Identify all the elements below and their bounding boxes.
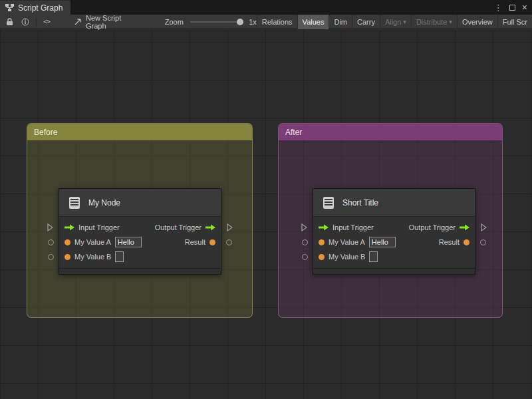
node-header[interactable]: Short Title xyxy=(313,189,475,217)
new-script-graph-label: New Script Graph xyxy=(86,14,142,30)
value-b-label: My Value B xyxy=(329,253,365,261)
maximize-icon[interactable] xyxy=(509,5,515,11)
input-trigger-port-icon[interactable] xyxy=(65,224,74,231)
close-icon[interactable]: × xyxy=(522,3,527,12)
group-after-label: After xyxy=(285,128,302,137)
tab-script-graph[interactable]: Script Graph xyxy=(0,0,70,15)
node-footer xyxy=(313,268,475,274)
ext-output-trigger-port[interactable] xyxy=(227,223,233,231)
ext-result-port[interactable] xyxy=(226,239,232,245)
result-label: Result xyxy=(185,238,205,246)
value-a-port-icon[interactable] xyxy=(319,239,325,245)
port-row: My Value B xyxy=(313,249,475,264)
port-row: Input Trigger Output Trigger xyxy=(59,220,221,235)
zoom-label: Zoom xyxy=(165,18,184,26)
graph-toolbar: <> New Script Graph Zoom 1x Relations Va… xyxy=(0,15,532,29)
result-port-icon[interactable] xyxy=(209,239,215,245)
ext-value-a-port[interactable] xyxy=(48,239,54,245)
value-a-input[interactable] xyxy=(115,237,142,247)
output-trigger-port-icon[interactable] xyxy=(460,224,469,231)
window-tab-bar: Script Graph ⋮ × xyxy=(0,0,532,15)
value-a-label: My Value A xyxy=(74,238,111,246)
node-body: Input Trigger Output Trigger My Value A xyxy=(59,217,221,267)
group-before-header[interactable]: Before xyxy=(27,124,252,140)
window-controls: ⋮ × xyxy=(494,0,532,15)
value-b-input[interactable] xyxy=(115,251,124,262)
ext-result-port[interactable] xyxy=(480,239,486,245)
ext-input-trigger-port[interactable] xyxy=(47,223,53,231)
code-view-icon[interactable]: <> xyxy=(39,15,54,29)
fullscreen-button[interactable]: Full Scr xyxy=(497,15,532,29)
value-b-input[interactable] xyxy=(369,251,378,262)
distribute-button[interactable]: Distribute ▾ xyxy=(411,15,457,29)
port-row: My Value A Result xyxy=(59,235,221,249)
port-row: My Value A Result xyxy=(313,235,475,249)
group-after-header[interactable]: After xyxy=(279,124,502,140)
graph-pointer-icon xyxy=(74,18,82,26)
output-trigger-label: Output Trigger xyxy=(155,223,201,231)
window-menu-icon[interactable]: ⋮ xyxy=(494,3,503,12)
ext-output-trigger-port[interactable] xyxy=(481,223,487,231)
result-label: Result xyxy=(439,238,460,246)
new-script-graph-button[interactable]: New Script Graph xyxy=(74,14,142,30)
unit-icon xyxy=(67,196,82,210)
info-icon[interactable] xyxy=(17,15,33,29)
ext-value-a-port[interactable] xyxy=(302,239,308,245)
input-trigger-label: Input Trigger xyxy=(332,223,374,231)
script-graph-tab-icon xyxy=(5,4,14,11)
dim-button[interactable]: Dim xyxy=(329,15,352,29)
node-title: My Node xyxy=(88,198,120,207)
chevron-down-icon: ▾ xyxy=(403,19,406,25)
port-row: My Value B xyxy=(59,249,221,264)
output-trigger-port-icon[interactable] xyxy=(205,224,215,231)
toolbar-button-group: Relations Values Dim Carry Align ▾ Distr… xyxy=(257,15,532,29)
result-port-icon[interactable] xyxy=(464,239,469,245)
ext-input-trigger-port[interactable] xyxy=(301,223,307,231)
value-a-port-icon[interactable] xyxy=(65,239,70,245)
value-b-port-icon[interactable] xyxy=(65,254,70,260)
port-row: Input Trigger Output Trigger xyxy=(313,220,475,235)
toolbar-separator xyxy=(36,17,37,27)
node-title: Short Title xyxy=(342,198,378,207)
relations-button[interactable]: Relations xyxy=(257,15,297,29)
node-my-node[interactable]: My Node Input Trigger Output Trigger xyxy=(59,188,221,275)
script-graph-window: Script Graph ⋮ × <> xyxy=(0,0,532,399)
zoom-slider-knob[interactable] xyxy=(237,19,243,25)
output-trigger-label: Output Trigger xyxy=(409,223,456,231)
value-a-input[interactable] xyxy=(369,237,396,247)
overview-button[interactable]: Overview xyxy=(457,15,497,29)
chevron-down-icon: ▾ xyxy=(449,19,452,25)
input-trigger-port-icon[interactable] xyxy=(319,224,329,231)
value-b-port-icon[interactable] xyxy=(319,254,325,260)
node-header[interactable]: My Node xyxy=(59,189,221,217)
zoom-slider[interactable] xyxy=(190,21,243,23)
node-body: Input Trigger Output Trigger My Value A xyxy=(313,217,475,267)
graph-canvas[interactable]: Before After My Node xyxy=(0,30,532,399)
value-b-label: My Value B xyxy=(74,253,111,261)
node-short-title[interactable]: Short Title Input Trigger Output Trigger xyxy=(313,188,475,275)
ext-value-b-port[interactable] xyxy=(48,254,54,260)
ext-value-b-port[interactable] xyxy=(302,254,308,260)
value-a-label: My Value A xyxy=(329,238,365,246)
carry-button[interactable]: Carry xyxy=(352,15,380,29)
zoom-value: 1x xyxy=(249,18,257,26)
input-trigger-label: Input Trigger xyxy=(78,223,120,231)
tab-title: Script Graph xyxy=(18,3,63,13)
node-footer xyxy=(59,268,221,274)
values-button[interactable]: Values xyxy=(297,15,329,29)
align-button[interactable]: Align ▾ xyxy=(380,15,411,29)
group-before-label: Before xyxy=(34,128,57,137)
unit-icon xyxy=(321,196,336,210)
lock-icon[interactable] xyxy=(0,15,17,29)
